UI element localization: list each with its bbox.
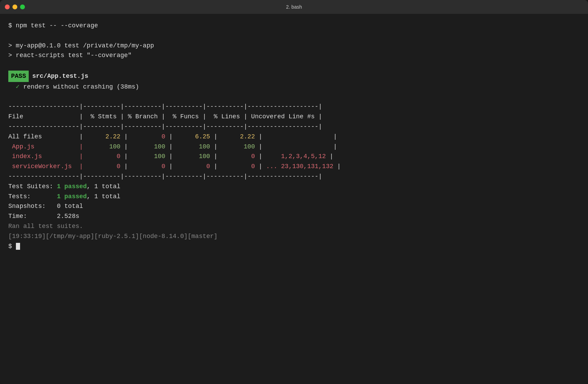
minimize-button[interactable] xyxy=(12,4,17,9)
terminal-window: 2. bash $ npm test -- --coverage > my-ap… xyxy=(0,0,588,384)
final-prompt: $ xyxy=(8,243,20,250)
command-line: $ npm test -- --coverage xyxy=(8,22,98,29)
terminal-body[interactable]: $ npm test -- --coverage > my-app@0.1.0 … xyxy=(0,14,588,384)
row-appjs: App.js | 100 | 100 | 100 | 100 | | xyxy=(8,143,337,150)
separator-bottom: -------------------|----------|---------… xyxy=(8,173,322,180)
maximize-button[interactable] xyxy=(20,4,25,9)
table-header: File | % Stmts | % Branch | % Funcs | % … xyxy=(8,113,322,120)
pass-file: src/App.test.js xyxy=(32,73,88,80)
summary-snapshots: Snapshots: 0 total xyxy=(8,203,83,210)
summary-suites: Test Suites: 1 passed, 1 total xyxy=(8,183,120,190)
separator-mid: -------------------|----------|---------… xyxy=(8,123,322,130)
pass-badge: PASS xyxy=(8,71,29,82)
prompt-info: [19:33:19][/tmp/my-app][ruby-2.5.1][node… xyxy=(8,233,218,240)
check-text: renders without crashing (38ms) xyxy=(19,83,139,90)
close-button[interactable] xyxy=(5,4,10,9)
summary-tests: Tests: 1 passed, 1 total xyxy=(8,193,120,200)
row-indexjs: index.js | 0 | 100 | 100 | 0 | 1,2,3,4,5… xyxy=(8,153,333,160)
traffic-lights xyxy=(5,4,25,9)
summary-time: Time: 2.528s xyxy=(8,213,79,220)
window-title: 2. bash xyxy=(286,4,302,10)
row-all-files: All files | 2.22 | 0 | 6.25 | 2.22 | | xyxy=(8,133,337,140)
ran-all-suites: Ran all test suites. xyxy=(8,223,83,230)
cursor xyxy=(16,243,20,250)
titlebar: 2. bash xyxy=(0,0,588,14)
row-serviceworker: serviceWorker.js | 0 | 0 | 0 | 0 | ... 2… xyxy=(8,163,341,170)
separator-top: -------------------|----------|---------… xyxy=(8,103,322,110)
check-mark: ✓ xyxy=(16,83,20,90)
terminal-content: $ npm test -- --coverage > my-app@0.1.0 … xyxy=(8,21,580,251)
output-line-2: > react-scripts test "--coverage" xyxy=(8,52,131,59)
output-line-1: > my-app@0.1.0 test /private/tmp/my-app xyxy=(8,42,154,49)
